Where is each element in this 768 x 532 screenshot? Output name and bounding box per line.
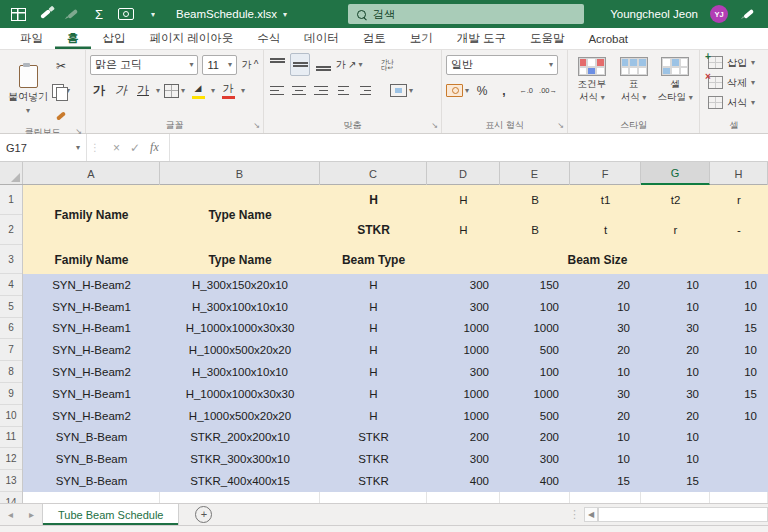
cell[interactable]: Beam Type: [320, 245, 427, 274]
user-name[interactable]: Youngcheol Jeon: [610, 8, 698, 20]
cell[interactable]: H_1000x500x20x20: [160, 339, 320, 361]
cell[interactable]: 30: [570, 383, 641, 405]
column-header-E[interactable]: E: [500, 162, 570, 185]
row-header-9[interactable]: 9: [0, 383, 22, 405]
cell[interactable]: 1000: [500, 383, 570, 405]
cell[interactable]: Type Name: [160, 245, 320, 274]
cell[interactable]: 10: [710, 361, 768, 383]
cell[interactable]: H: [320, 339, 427, 361]
cell[interactable]: H: [427, 185, 500, 215]
cell[interactable]: 10: [641, 296, 710, 318]
window-title[interactable]: BeamSchedule.xlsx ▾: [168, 0, 295, 28]
cell[interactable]: SYN_B-Beam: [23, 470, 160, 492]
cell[interactable]: 20: [570, 339, 641, 361]
increase-indent-button[interactable]: [356, 80, 374, 101]
cell[interactable]: 100: [500, 296, 570, 318]
cell[interactable]: 10: [710, 339, 768, 361]
cell[interactable]: H_1000x1000x30x30: [160, 383, 320, 405]
cell[interactable]: H: [320, 361, 427, 383]
format-cells-button[interactable]: 서식▾: [708, 93, 755, 112]
conditional-formatting-button[interactable]: 조건부 서식 ▾: [572, 53, 612, 117]
cancel-entry-icon[interactable]: ×: [113, 141, 120, 155]
menu-tab-페이지 레이아웃[interactable]: 페이지 레이아웃: [138, 28, 246, 49]
cell[interactable]: [320, 492, 427, 503]
row-header-7[interactable]: 7: [0, 339, 22, 361]
italic-button[interactable]: 가: [112, 80, 130, 101]
column-header-B[interactable]: B: [160, 162, 320, 185]
menu-tab-데이터[interactable]: 데이터: [292, 28, 351, 49]
decrease-indent-button[interactable]: [334, 80, 352, 101]
cell[interactable]: H_300x100x10x10: [160, 361, 320, 383]
font-size-select[interactable]: 11▾: [202, 55, 237, 75]
cell[interactable]: 300: [427, 448, 500, 470]
accounting-format-button[interactable]: ▾: [446, 80, 469, 101]
cell[interactable]: 15: [710, 383, 768, 405]
cut-button[interactable]: ✂: [52, 55, 70, 76]
cell[interactable]: 500: [500, 339, 570, 361]
cell[interactable]: 10: [710, 405, 768, 427]
qat-customize-icon[interactable]: ▾: [145, 6, 161, 22]
cell[interactable]: STKR: [320, 215, 427, 245]
cell[interactable]: [710, 448, 768, 470]
cell[interactable]: 10: [570, 427, 641, 449]
cell[interactable]: 1000: [427, 318, 500, 340]
cell[interactable]: STKR_200x200x10: [160, 427, 320, 449]
cell[interactable]: STKR: [320, 470, 427, 492]
row-header-12[interactable]: 12: [0, 448, 22, 470]
align-center-button[interactable]: [290, 80, 308, 101]
cell[interactable]: 30: [641, 383, 710, 405]
cell-family-name[interactable]: Family Name: [23, 185, 160, 245]
cell[interactable]: [23, 492, 160, 503]
font-color-button[interactable]: 가: [219, 80, 237, 101]
cell[interactable]: [500, 492, 570, 503]
paste-button[interactable]: 붙여넣기 ▾: [4, 53, 52, 126]
cell[interactable]: 200: [500, 427, 570, 449]
pen-icon[interactable]: [64, 6, 80, 22]
name-box[interactable]: G17 ▾: [0, 134, 87, 161]
cell[interactable]: SYN_H-Beam2: [23, 274, 160, 296]
column-header-H[interactable]: H: [710, 162, 768, 185]
menu-tab-보기[interactable]: 보기: [398, 28, 445, 49]
cell[interactable]: SYN_B-Beam: [23, 427, 160, 449]
borders-button[interactable]: ▾: [164, 80, 185, 101]
avatar[interactable]: YJ: [710, 5, 728, 23]
format-painter-icon[interactable]: [37, 6, 53, 22]
cell[interactable]: 20: [641, 339, 710, 361]
row-header-13[interactable]: 13: [0, 470, 22, 492]
number-dialog-launcher[interactable]: ↘: [557, 121, 564, 130]
format-as-table-button[interactable]: 표 서식 ▾: [614, 53, 654, 117]
cell[interactable]: 400: [500, 470, 570, 492]
row-header-6[interactable]: 6: [0, 318, 22, 340]
cell[interactable]: 20: [570, 405, 641, 427]
hscroll-left-arrow[interactable]: ◀: [584, 507, 598, 522]
cell[interactable]: 20: [570, 274, 641, 296]
cell[interactable]: SYN_H-Beam1: [23, 296, 160, 318]
cell[interactable]: t1: [570, 185, 641, 215]
cell[interactable]: H_300x100x10x10: [160, 296, 320, 318]
cell[interactable]: 10: [641, 427, 710, 449]
formula-input[interactable]: [170, 134, 768, 161]
cell[interactable]: 10: [641, 448, 710, 470]
alignment-dialog-launcher[interactable]: ↘: [431, 121, 438, 130]
merge-center-button[interactable]: ▾: [390, 80, 413, 101]
menu-tab-검토[interactable]: 검토: [351, 28, 398, 49]
underline-dropdown-icon[interactable]: ▾: [156, 86, 160, 95]
wrap-text-button[interactable]: 가나다↩: [378, 54, 396, 75]
confirm-entry-icon[interactable]: ✓: [130, 141, 140, 155]
cell[interactable]: 1000: [427, 383, 500, 405]
increase-decimal-button[interactable]: ←.0: [517, 80, 535, 101]
cell[interactable]: 10: [641, 274, 710, 296]
underline-button[interactable]: 가: [134, 80, 152, 101]
column-header-G[interactable]: G: [641, 162, 710, 185]
cell[interactable]: 300: [427, 361, 500, 383]
cell[interactable]: SYN_H-Beam1: [23, 318, 160, 340]
ink-pen-icon[interactable]: [740, 6, 756, 22]
percent-style-button[interactable]: %: [473, 80, 491, 101]
top-align-button[interactable]: [268, 54, 286, 75]
cell[interactable]: 15: [710, 318, 768, 340]
paste-dropdown-icon[interactable]: ▾: [26, 106, 30, 115]
cell[interactable]: H: [320, 296, 427, 318]
menu-tab-홈[interactable]: 홈: [55, 28, 91, 49]
cell[interactable]: 15: [570, 470, 641, 492]
copy-button[interactable]: ▾: [52, 80, 70, 101]
